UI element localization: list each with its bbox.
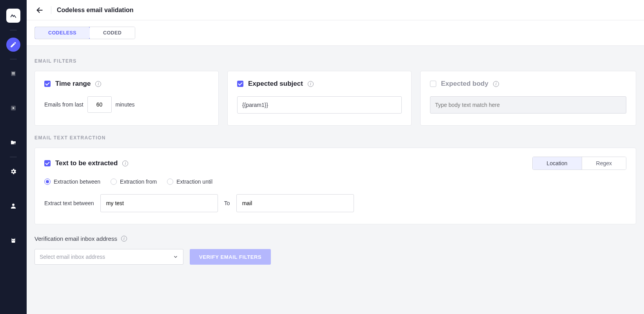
checkbox-time-range[interactable]	[44, 81, 51, 87]
time-range-prefix: Emails from last	[44, 101, 83, 108]
mode-tabs: Codeless Coded	[34, 27, 135, 39]
sidebar-logo[interactable]	[6, 9, 20, 23]
extract-to-input[interactable]	[236, 194, 354, 212]
sidebar-item-mascot[interactable]	[6, 233, 20, 247]
radio-label: Extraction between	[54, 179, 100, 185]
checkbox-expected-body[interactable]	[430, 81, 436, 87]
radio-icon	[44, 179, 51, 185]
select-placeholder: Select email inbox address	[40, 254, 105, 260]
info-icon[interactable]	[493, 81, 499, 87]
content: Email filters Time range Emails from las…	[27, 46, 644, 288]
verification-label: Verification email inbox address	[34, 235, 117, 242]
sidebar-item-edit[interactable]	[6, 38, 20, 52]
seg-location[interactable]: Location	[533, 157, 582, 170]
sidebar-item-document[interactable]	[6, 67, 20, 81]
radio-icon	[111, 179, 117, 185]
svg-point-2	[12, 204, 15, 206]
inbox-address-select[interactable]: Select email inbox address	[34, 249, 183, 265]
sidebar-item-settings[interactable]	[6, 164, 20, 179]
card-extraction: Text to be extracted Location Regex Extr…	[34, 148, 636, 224]
info-icon[interactable]	[95, 81, 101, 87]
radio-extraction-between[interactable]: Extraction between	[44, 179, 100, 185]
topbar-separator	[51, 6, 51, 14]
time-range-minutes-input[interactable]	[87, 96, 112, 113]
sidebar-item-play[interactable]	[6, 101, 20, 115]
expected-body-input	[430, 96, 626, 114]
info-icon[interactable]	[121, 236, 127, 242]
main: Codeless email validation Codeless Coded…	[27, 0, 644, 314]
card-title-text-extracted: Text to be extracted	[55, 159, 118, 167]
time-range-suffix: minutes	[116, 101, 135, 108]
radio-icon	[167, 179, 173, 185]
tab-codeless[interactable]: Codeless	[34, 27, 90, 39]
back-button[interactable]	[34, 5, 45, 16]
radio-extraction-until[interactable]: Extraction until	[167, 179, 212, 185]
card-expected-subject: Expected subject	[227, 71, 412, 126]
filter-cards-row: Time range Emails from last minutes Expe…	[34, 71, 636, 126]
sidebar-separator	[10, 157, 17, 157]
checkbox-expected-subject[interactable]	[237, 81, 243, 87]
radio-extraction-from[interactable]: Extraction from	[111, 179, 157, 185]
sidebar-item-folder-settings[interactable]	[6, 135, 20, 150]
sidebar-separator	[10, 59, 17, 60]
page-title: Codeless email validation	[57, 7, 134, 14]
expected-subject-input[interactable]	[237, 96, 402, 114]
seg-regex[interactable]: Regex	[582, 157, 626, 170]
section-extraction-label: Email text extraction	[34, 135, 636, 141]
svg-point-3	[12, 240, 13, 241]
card-title-time-range: Time range	[55, 80, 91, 88]
chevron-down-icon	[173, 254, 178, 260]
sidebar	[0, 0, 27, 314]
sidebar-item-user[interactable]	[6, 199, 20, 213]
card-expected-body: Expected body	[420, 71, 636, 126]
extract-between-label: Extract text between	[44, 200, 94, 206]
info-icon[interactable]	[308, 81, 314, 87]
svg-point-4	[14, 240, 15, 241]
info-icon[interactable]	[122, 161, 128, 166]
tab-coded[interactable]: Coded	[90, 27, 135, 39]
section-filters-label: Email filters	[34, 58, 636, 64]
radio-label: Extraction from	[120, 179, 157, 185]
card-title-expected-subject: Expected subject	[248, 80, 303, 88]
sidebar-separator	[10, 30, 17, 31]
extract-to-label: To	[224, 200, 230, 206]
verify-email-filters-button: Verify email filters	[190, 249, 271, 265]
tabs-row: Codeless Coded	[27, 20, 644, 46]
extraction-mode-segmented: Location Regex	[532, 157, 626, 170]
checkbox-text-extracted[interactable]	[44, 160, 51, 166]
radio-label: Extraction until	[176, 179, 212, 185]
topbar: Codeless email validation	[27, 0, 644, 20]
card-title-expected-body: Expected body	[441, 80, 488, 88]
card-time-range: Time range Emails from last minutes	[34, 71, 219, 126]
extract-from-input[interactable]	[100, 194, 218, 212]
